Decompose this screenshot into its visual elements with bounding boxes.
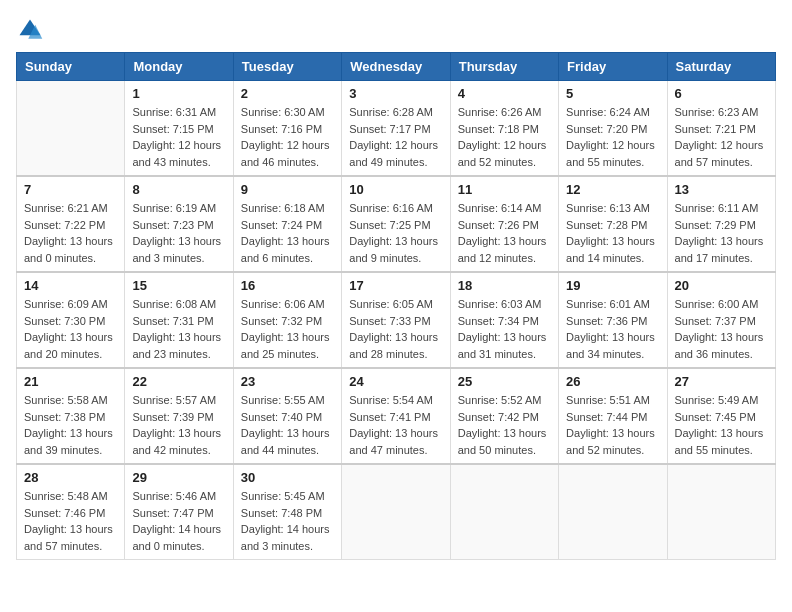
week-row-5: 28Sunrise: 5:48 AMSunset: 7:46 PMDayligh… bbox=[17, 464, 776, 560]
day-info: Sunrise: 5:51 AMSunset: 7:44 PMDaylight:… bbox=[566, 392, 659, 458]
weekday-header-monday: Monday bbox=[125, 53, 233, 81]
weekday-header-sunday: Sunday bbox=[17, 53, 125, 81]
calendar-cell bbox=[450, 464, 558, 560]
calendar-cell: 9Sunrise: 6:18 AMSunset: 7:24 PMDaylight… bbox=[233, 176, 341, 272]
calendar-cell: 30Sunrise: 5:45 AMSunset: 7:48 PMDayligh… bbox=[233, 464, 341, 560]
day-number: 9 bbox=[241, 182, 334, 197]
calendar-cell: 8Sunrise: 6:19 AMSunset: 7:23 PMDaylight… bbox=[125, 176, 233, 272]
day-number: 16 bbox=[241, 278, 334, 293]
weekday-header-wednesday: Wednesday bbox=[342, 53, 450, 81]
calendar-cell bbox=[17, 81, 125, 177]
day-info: Sunrise: 5:49 AMSunset: 7:45 PMDaylight:… bbox=[675, 392, 768, 458]
day-number: 3 bbox=[349, 86, 442, 101]
day-info: Sunrise: 6:19 AMSunset: 7:23 PMDaylight:… bbox=[132, 200, 225, 266]
calendar-cell: 26Sunrise: 5:51 AMSunset: 7:44 PMDayligh… bbox=[559, 368, 667, 464]
day-number: 27 bbox=[675, 374, 768, 389]
day-number: 5 bbox=[566, 86, 659, 101]
calendar-cell: 21Sunrise: 5:58 AMSunset: 7:38 PMDayligh… bbox=[17, 368, 125, 464]
calendar-cell: 12Sunrise: 6:13 AMSunset: 7:28 PMDayligh… bbox=[559, 176, 667, 272]
calendar-cell: 2Sunrise: 6:30 AMSunset: 7:16 PMDaylight… bbox=[233, 81, 341, 177]
weekday-header-saturday: Saturday bbox=[667, 53, 775, 81]
day-info: Sunrise: 6:08 AMSunset: 7:31 PMDaylight:… bbox=[132, 296, 225, 362]
day-number: 22 bbox=[132, 374, 225, 389]
calendar-table: SundayMondayTuesdayWednesdayThursdayFrid… bbox=[16, 52, 776, 560]
calendar-cell: 1Sunrise: 6:31 AMSunset: 7:15 PMDaylight… bbox=[125, 81, 233, 177]
calendar-cell: 11Sunrise: 6:14 AMSunset: 7:26 PMDayligh… bbox=[450, 176, 558, 272]
day-number: 13 bbox=[675, 182, 768, 197]
day-number: 23 bbox=[241, 374, 334, 389]
calendar-cell: 18Sunrise: 6:03 AMSunset: 7:34 PMDayligh… bbox=[450, 272, 558, 368]
calendar-cell: 29Sunrise: 5:46 AMSunset: 7:47 PMDayligh… bbox=[125, 464, 233, 560]
week-row-1: 1Sunrise: 6:31 AMSunset: 7:15 PMDaylight… bbox=[17, 81, 776, 177]
calendar-cell bbox=[667, 464, 775, 560]
day-number: 17 bbox=[349, 278, 442, 293]
calendar-cell: 10Sunrise: 6:16 AMSunset: 7:25 PMDayligh… bbox=[342, 176, 450, 272]
day-number: 18 bbox=[458, 278, 551, 293]
calendar-cell bbox=[559, 464, 667, 560]
weekday-header-row: SundayMondayTuesdayWednesdayThursdayFrid… bbox=[17, 53, 776, 81]
calendar-cell: 17Sunrise: 6:05 AMSunset: 7:33 PMDayligh… bbox=[342, 272, 450, 368]
calendar-cell: 3Sunrise: 6:28 AMSunset: 7:17 PMDaylight… bbox=[342, 81, 450, 177]
calendar-cell: 14Sunrise: 6:09 AMSunset: 7:30 PMDayligh… bbox=[17, 272, 125, 368]
day-info: Sunrise: 6:16 AMSunset: 7:25 PMDaylight:… bbox=[349, 200, 442, 266]
day-number: 28 bbox=[24, 470, 117, 485]
day-number: 10 bbox=[349, 182, 442, 197]
day-info: Sunrise: 5:55 AMSunset: 7:40 PMDaylight:… bbox=[241, 392, 334, 458]
day-number: 12 bbox=[566, 182, 659, 197]
day-number: 14 bbox=[24, 278, 117, 293]
day-number: 11 bbox=[458, 182, 551, 197]
calendar-cell: 24Sunrise: 5:54 AMSunset: 7:41 PMDayligh… bbox=[342, 368, 450, 464]
day-info: Sunrise: 6:13 AMSunset: 7:28 PMDaylight:… bbox=[566, 200, 659, 266]
calendar-cell: 4Sunrise: 6:26 AMSunset: 7:18 PMDaylight… bbox=[450, 81, 558, 177]
logo-icon bbox=[16, 16, 44, 44]
day-info: Sunrise: 5:57 AMSunset: 7:39 PMDaylight:… bbox=[132, 392, 225, 458]
day-info: Sunrise: 6:21 AMSunset: 7:22 PMDaylight:… bbox=[24, 200, 117, 266]
calendar-cell: 20Sunrise: 6:00 AMSunset: 7:37 PMDayligh… bbox=[667, 272, 775, 368]
day-number: 1 bbox=[132, 86, 225, 101]
day-number: 19 bbox=[566, 278, 659, 293]
day-info: Sunrise: 6:18 AMSunset: 7:24 PMDaylight:… bbox=[241, 200, 334, 266]
day-number: 4 bbox=[458, 86, 551, 101]
day-info: Sunrise: 5:52 AMSunset: 7:42 PMDaylight:… bbox=[458, 392, 551, 458]
day-number: 21 bbox=[24, 374, 117, 389]
day-info: Sunrise: 6:30 AMSunset: 7:16 PMDaylight:… bbox=[241, 104, 334, 170]
day-number: 8 bbox=[132, 182, 225, 197]
day-info: Sunrise: 6:28 AMSunset: 7:17 PMDaylight:… bbox=[349, 104, 442, 170]
day-info: Sunrise: 6:05 AMSunset: 7:33 PMDaylight:… bbox=[349, 296, 442, 362]
day-info: Sunrise: 6:09 AMSunset: 7:30 PMDaylight:… bbox=[24, 296, 117, 362]
day-number: 2 bbox=[241, 86, 334, 101]
day-info: Sunrise: 5:48 AMSunset: 7:46 PMDaylight:… bbox=[24, 488, 117, 554]
calendar-cell: 13Sunrise: 6:11 AMSunset: 7:29 PMDayligh… bbox=[667, 176, 775, 272]
calendar-cell: 25Sunrise: 5:52 AMSunset: 7:42 PMDayligh… bbox=[450, 368, 558, 464]
day-number: 25 bbox=[458, 374, 551, 389]
day-info: Sunrise: 6:11 AMSunset: 7:29 PMDaylight:… bbox=[675, 200, 768, 266]
calendar-cell: 23Sunrise: 5:55 AMSunset: 7:40 PMDayligh… bbox=[233, 368, 341, 464]
week-row-3: 14Sunrise: 6:09 AMSunset: 7:30 PMDayligh… bbox=[17, 272, 776, 368]
day-info: Sunrise: 5:58 AMSunset: 7:38 PMDaylight:… bbox=[24, 392, 117, 458]
day-info: Sunrise: 6:03 AMSunset: 7:34 PMDaylight:… bbox=[458, 296, 551, 362]
day-number: 24 bbox=[349, 374, 442, 389]
day-number: 6 bbox=[675, 86, 768, 101]
day-number: 30 bbox=[241, 470, 334, 485]
calendar-cell: 7Sunrise: 6:21 AMSunset: 7:22 PMDaylight… bbox=[17, 176, 125, 272]
day-info: Sunrise: 6:14 AMSunset: 7:26 PMDaylight:… bbox=[458, 200, 551, 266]
day-number: 7 bbox=[24, 182, 117, 197]
day-info: Sunrise: 6:06 AMSunset: 7:32 PMDaylight:… bbox=[241, 296, 334, 362]
weekday-header-friday: Friday bbox=[559, 53, 667, 81]
calendar-cell: 28Sunrise: 5:48 AMSunset: 7:46 PMDayligh… bbox=[17, 464, 125, 560]
week-row-4: 21Sunrise: 5:58 AMSunset: 7:38 PMDayligh… bbox=[17, 368, 776, 464]
day-info: Sunrise: 5:46 AMSunset: 7:47 PMDaylight:… bbox=[132, 488, 225, 554]
logo bbox=[16, 16, 48, 44]
calendar-cell: 5Sunrise: 6:24 AMSunset: 7:20 PMDaylight… bbox=[559, 81, 667, 177]
calendar-cell: 6Sunrise: 6:23 AMSunset: 7:21 PMDaylight… bbox=[667, 81, 775, 177]
day-info: Sunrise: 6:31 AMSunset: 7:15 PMDaylight:… bbox=[132, 104, 225, 170]
day-info: Sunrise: 6:24 AMSunset: 7:20 PMDaylight:… bbox=[566, 104, 659, 170]
day-info: Sunrise: 5:45 AMSunset: 7:48 PMDaylight:… bbox=[241, 488, 334, 554]
day-info: Sunrise: 5:54 AMSunset: 7:41 PMDaylight:… bbox=[349, 392, 442, 458]
weekday-header-thursday: Thursday bbox=[450, 53, 558, 81]
day-number: 26 bbox=[566, 374, 659, 389]
page-header bbox=[16, 16, 776, 44]
calendar-cell: 15Sunrise: 6:08 AMSunset: 7:31 PMDayligh… bbox=[125, 272, 233, 368]
day-number: 20 bbox=[675, 278, 768, 293]
day-info: Sunrise: 6:23 AMSunset: 7:21 PMDaylight:… bbox=[675, 104, 768, 170]
